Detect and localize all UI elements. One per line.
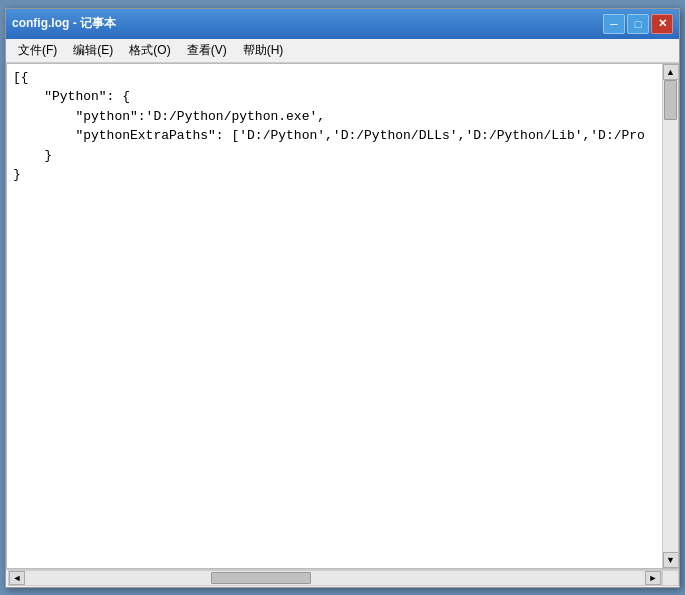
menu-bar: 文件(F) 编辑(E) 格式(O) 查看(V) 帮助(H): [6, 39, 679, 63]
scroll-left-button[interactable]: ◄: [9, 571, 25, 585]
editor-text[interactable]: [{ "Python": { "python":'D:/Python/pytho…: [7, 64, 662, 568]
scroll-right-button[interactable]: ►: [645, 571, 661, 585]
scroll-down-button[interactable]: ▼: [663, 552, 679, 568]
menu-view[interactable]: 查看(V): [179, 39, 235, 62]
menu-file[interactable]: 文件(F): [10, 39, 65, 62]
notepad-window: config.log - 记事本 ─ □ ✕ 文件(F) 编辑(E) 格式(O)…: [5, 8, 680, 588]
maximize-button[interactable]: □: [627, 14, 649, 34]
scroll-thumb-horizontal[interactable]: [211, 572, 311, 584]
scroll-track-vertical[interactable]: [663, 80, 678, 552]
minimize-button[interactable]: ─: [603, 14, 625, 34]
menu-format[interactable]: 格式(O): [121, 39, 178, 62]
vertical-scrollbar[interactable]: ▲ ▼: [662, 64, 678, 568]
horizontal-scrollbar[interactable]: ◄ ►: [8, 570, 662, 586]
title-bar: config.log - 记事本 ─ □ ✕: [6, 9, 679, 39]
close-button[interactable]: ✕: [651, 14, 673, 34]
bottom-area: ◄ ►: [6, 569, 679, 587]
editor-container: [{ "Python": { "python":'D:/Python/pytho…: [6, 63, 679, 569]
scroll-track-horizontal[interactable]: [25, 571, 645, 585]
scroll-thumb-vertical[interactable]: [664, 80, 677, 120]
menu-help[interactable]: 帮助(H): [235, 39, 292, 62]
editor-scroll: [{ "Python": { "python":'D:/Python/pytho…: [7, 64, 662, 568]
scroll-up-button[interactable]: ▲: [663, 64, 679, 80]
scrollbar-corner: [662, 570, 679, 586]
window-title: config.log - 记事本: [12, 15, 116, 32]
window-controls: ─ □ ✕: [603, 14, 673, 34]
menu-edit[interactable]: 编辑(E): [65, 39, 121, 62]
